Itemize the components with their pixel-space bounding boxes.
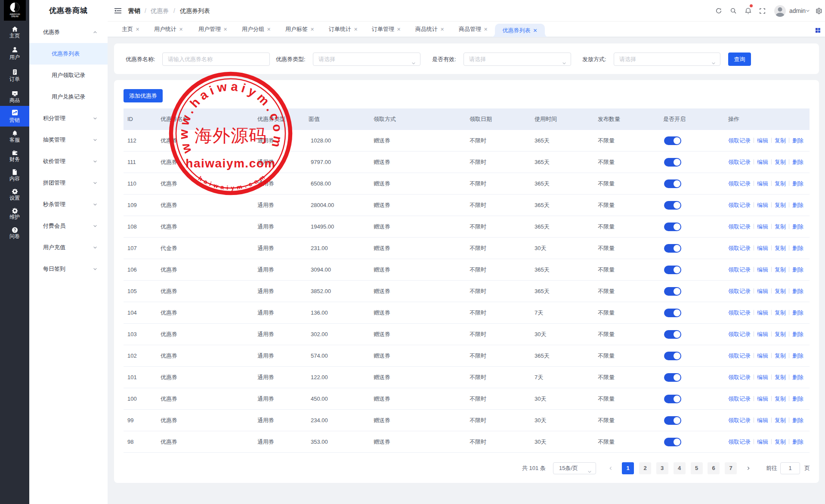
svg-text:haiwaiym.com: haiwaiym.com bbox=[185, 157, 275, 170]
svg-text:海外源码: 海外源码 bbox=[195, 126, 267, 145]
svg-text:AMERICAN: AMERICAN bbox=[9, 13, 20, 15]
svg-text:DREAM: DREAM bbox=[11, 15, 19, 18]
